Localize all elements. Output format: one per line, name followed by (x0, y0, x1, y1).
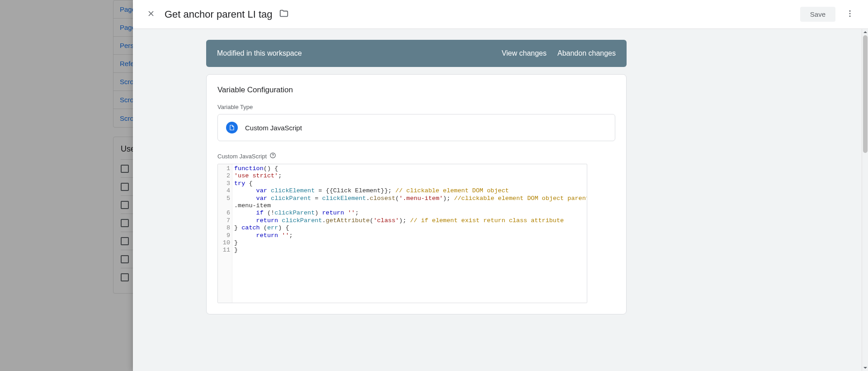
svg-point-2 (849, 15, 851, 17)
variable-configuration-card: Variable Configuration Variable Type Cus… (206, 74, 627, 314)
notice-text: Modified in this workspace (217, 49, 302, 57)
custom-js-icon (226, 122, 238, 133)
workspace-notice: Modified in this workspace View changes … (206, 40, 627, 67)
abandon-changes-link[interactable]: Abandon changes (557, 49, 616, 57)
scroll-down-icon[interactable] (862, 365, 868, 371)
view-changes-link[interactable]: View changes (502, 49, 547, 57)
line-gutter: 12345.67891011 (218, 164, 232, 303)
svg-point-1 (849, 13, 851, 14)
svg-point-4 (273, 157, 273, 157)
folder-button[interactable] (279, 9, 289, 20)
variable-type-name: Custom JavaScript (245, 124, 302, 132)
scrollbar-thumb[interactable] (863, 35, 868, 153)
close-icon (146, 9, 156, 20)
close-button[interactable] (142, 5, 160, 24)
folder-icon (279, 12, 289, 20)
code-editor[interactable]: 12345.67891011 function() {'use strict';… (217, 164, 587, 303)
card-title: Variable Configuration (217, 86, 615, 95)
help-icon[interactable] (269, 152, 276, 160)
panel-title[interactable]: Get anchor parent LI tag (165, 9, 273, 20)
scroll-up-icon[interactable] (862, 29, 868, 35)
scrollbar-track[interactable] (862, 35, 868, 365)
custom-js-label: Custom JavaScript (217, 152, 615, 160)
svg-point-0 (849, 10, 851, 11)
variable-type-label: Variable Type (217, 104, 615, 110)
more-menu-button[interactable] (841, 5, 859, 24)
panel-body: Modified in this workspace View changes … (133, 29, 868, 371)
variable-editor-panel: Get anchor parent LI tag Save Modified i… (133, 0, 868, 371)
panel-scrollbar[interactable] (862, 29, 868, 371)
save-button[interactable]: Save (800, 7, 835, 22)
panel-header: Get anchor parent LI tag Save (133, 0, 868, 29)
kebab-icon (845, 9, 854, 20)
code-content[interactable]: function() {'use strict';try { var click… (232, 164, 587, 303)
variable-type-selector[interactable]: Custom JavaScript (217, 114, 615, 141)
